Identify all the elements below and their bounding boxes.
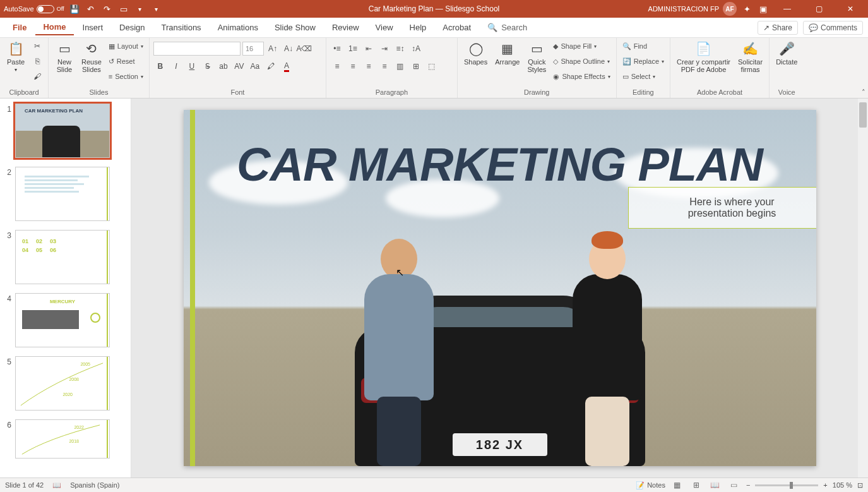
numbering-button[interactable]: 1≡ bbox=[346, 42, 360, 56]
underline-button[interactable]: U bbox=[185, 59, 199, 73]
decrease-font-button[interactable]: A↓ bbox=[282, 42, 295, 56]
tab-insert[interactable]: Insert bbox=[75, 20, 111, 35]
zoom-out-button[interactable]: − bbox=[746, 481, 750, 489]
thumbnail-4[interactable]: 4 MERCURY bbox=[3, 293, 128, 347]
strikethrough-button[interactable]: S̶ bbox=[201, 59, 215, 73]
tab-view[interactable]: View bbox=[368, 20, 401, 35]
change-case-button[interactable]: Aa bbox=[248, 59, 262, 73]
decrease-indent-button[interactable]: ⇤ bbox=[362, 42, 376, 56]
slideshow-start-icon[interactable]: ▭ bbox=[117, 3, 130, 15]
align-text-button[interactable]: ⊞ bbox=[409, 59, 423, 73]
slideshow-view-button[interactable]: ▭ bbox=[727, 479, 741, 491]
display-options-icon[interactable]: ▣ bbox=[757, 3, 770, 15]
tab-acrobat[interactable]: Acrobat bbox=[435, 20, 479, 35]
request-signature-button[interactable]: ✍Solicitar firmas bbox=[735, 39, 765, 75]
normal-view-button[interactable]: ▦ bbox=[670, 479, 684, 491]
align-left-button[interactable]: ≡ bbox=[330, 59, 344, 73]
find-button[interactable]: 🔍Find bbox=[621, 39, 666, 53]
smartart-button[interactable]: ⬚ bbox=[425, 59, 439, 73]
shape-effects-button[interactable]: ◉Shape Effects▾ bbox=[551, 69, 612, 83]
maximize-button[interactable]: ▢ bbox=[805, 0, 833, 18]
increase-indent-button[interactable]: ⇥ bbox=[378, 42, 391, 56]
reset-button[interactable]: ↺Reset bbox=[107, 54, 145, 68]
char-spacing-button[interactable]: AV bbox=[232, 59, 246, 73]
collapse-ribbon-button[interactable]: ˄ bbox=[862, 88, 865, 97]
bullets-button[interactable]: •≡ bbox=[330, 42, 344, 56]
new-slide-button[interactable]: ▭New Slide bbox=[52, 39, 76, 75]
coming-soon-icon[interactable]: ✦ bbox=[740, 3, 753, 15]
subtitle-box[interactable]: Here is where your presentation begins bbox=[628, 187, 816, 229]
thumbnail-2[interactable]: 2 bbox=[3, 167, 128, 221]
slide-counter[interactable]: Slide 1 of 42 bbox=[5, 481, 44, 489]
shape-fill-button[interactable]: ◆Shape Fill▾ bbox=[551, 39, 612, 53]
quick-styles-button[interactable]: ▭Quick Styles bbox=[525, 39, 549, 75]
reuse-slides-button[interactable]: ⟲Reuse Slides bbox=[79, 39, 104, 75]
cut-button[interactable]: ✂ bbox=[30, 39, 44, 53]
create-pdf-button[interactable]: 📄Crear y compartir PDF de Adobe bbox=[674, 39, 733, 75]
tab-review[interactable]: Review bbox=[324, 20, 367, 35]
columns-button[interactable]: ▥ bbox=[393, 59, 407, 73]
tab-slideshow[interactable]: Slide Show bbox=[267, 20, 323, 35]
line-spacing-button[interactable]: ≡↕ bbox=[393, 42, 407, 56]
layout-button[interactable]: ▦Layout▾ bbox=[107, 39, 145, 53]
italic-button[interactable]: I bbox=[169, 59, 183, 73]
slide-editor[interactable]: CAR MARKETING PLAN Here is where your pr… bbox=[131, 99, 868, 477]
user-avatar[interactable]: AF bbox=[723, 2, 737, 16]
reading-view-button[interactable]: 📖 bbox=[708, 479, 722, 491]
increase-font-button[interactable]: A↑ bbox=[266, 42, 280, 56]
vertical-scrollbar[interactable] bbox=[858, 99, 868, 477]
font-color-button[interactable]: A bbox=[280, 59, 294, 73]
section-button[interactable]: ≡Section▾ bbox=[107, 69, 145, 83]
copy-button[interactable]: ⎘ bbox=[30, 54, 44, 68]
justify-button[interactable]: ≡ bbox=[378, 59, 391, 73]
shape-outline-button[interactable]: ◇Shape Outline▾ bbox=[551, 54, 612, 68]
font-family-input[interactable] bbox=[153, 42, 241, 56]
shapes-button[interactable]: ◯Shapes bbox=[461, 39, 490, 67]
comments-button[interactable]: 💬Comments bbox=[803, 21, 863, 35]
clear-format-button[interactable]: A⌫ bbox=[297, 42, 311, 56]
select-button[interactable]: ▭Select▾ bbox=[621, 69, 666, 83]
language-indicator[interactable]: Spanish (Spain) bbox=[70, 481, 119, 489]
tab-file[interactable]: File bbox=[5, 20, 34, 35]
slide-thumbnails-panel[interactable]: 1 CAR MARKETING PLAN 2 bbox=[0, 99, 131, 477]
tab-design[interactable]: Design bbox=[112, 20, 152, 35]
notes-button[interactable]: 📝Notes bbox=[636, 481, 665, 489]
tab-animations[interactable]: Animations bbox=[210, 20, 266, 35]
sorter-view-button[interactable]: ⊞ bbox=[689, 479, 703, 491]
thumbnail-5[interactable]: 5 2005 2008 2020 bbox=[3, 356, 128, 411]
font-size-input[interactable]: 16 bbox=[242, 42, 264, 56]
paste-button[interactable]: 📋 Paste ▾ bbox=[4, 39, 28, 74]
bold-button[interactable]: B bbox=[153, 59, 167, 73]
thumbnail-3[interactable]: 3 01 02 03 04 05 06 bbox=[3, 230, 128, 284]
autosave-toggle[interactable]: AutoSave Off bbox=[4, 5, 64, 13]
close-button[interactable]: ✕ bbox=[836, 0, 864, 18]
zoom-level[interactable]: 105 % bbox=[833, 481, 852, 489]
text-direction-button[interactable]: ↕A bbox=[409, 42, 423, 56]
minimize-button[interactable]: — bbox=[773, 0, 801, 18]
zoom-slider[interactable] bbox=[755, 484, 818, 486]
zoom-in-button[interactable]: + bbox=[823, 481, 827, 489]
slide-canvas[interactable]: CAR MARKETING PLAN Here is where your pr… bbox=[184, 110, 816, 466]
align-center-button[interactable]: ≡ bbox=[346, 59, 360, 73]
highlight-button[interactable]: 🖍 bbox=[264, 59, 278, 73]
redo-icon[interactable]: ↷ bbox=[101, 3, 114, 15]
thumbnail-1[interactable]: 1 CAR MARKETING PLAN bbox=[3, 104, 128, 158]
replace-button[interactable]: 🔄Replace▾ bbox=[621, 54, 666, 68]
arrange-button[interactable]: ▦Arrange bbox=[492, 39, 522, 67]
search-box[interactable]: 🔍 Search bbox=[487, 23, 527, 32]
format-painter-button[interactable]: 🖌 bbox=[30, 69, 44, 83]
dictate-button[interactable]: 🎤Dictate bbox=[773, 39, 800, 67]
qat-customize-icon[interactable]: ▾ bbox=[150, 3, 163, 15]
shadow-button[interactable]: ab bbox=[217, 59, 230, 73]
thumbnail-6[interactable]: 6 2022 2018 bbox=[3, 419, 128, 459]
tab-home[interactable]: Home bbox=[35, 20, 73, 35]
undo-icon[interactable]: ↶ bbox=[85, 3, 97, 15]
tab-transitions[interactable]: Transitions bbox=[154, 20, 209, 35]
save-icon[interactable]: 💾 bbox=[68, 3, 81, 15]
share-button[interactable]: ↗Share bbox=[758, 21, 798, 35]
fit-to-window-button[interactable]: ⊡ bbox=[857, 481, 863, 489]
qat-more-icon[interactable]: ▾ bbox=[134, 3, 146, 15]
align-right-button[interactable]: ≡ bbox=[362, 59, 376, 73]
slide-title[interactable]: CAR MARKETING PLAN bbox=[184, 138, 816, 191]
tab-help[interactable]: Help bbox=[402, 20, 434, 35]
